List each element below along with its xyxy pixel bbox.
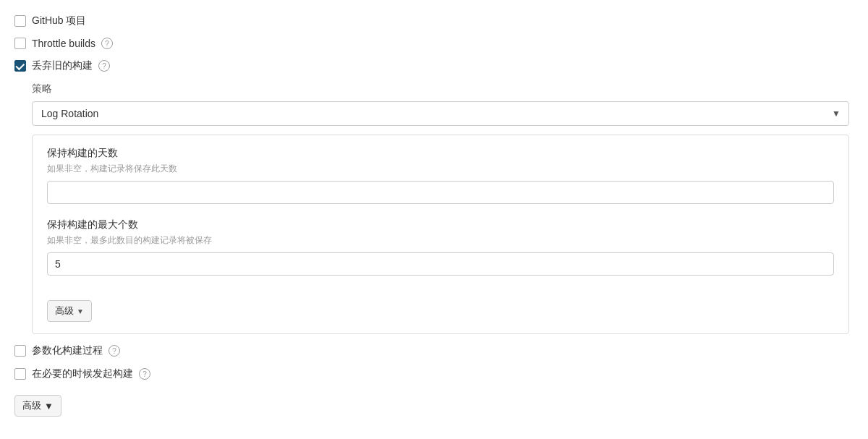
inner-advanced-wrapper: 高级 ▼ — [47, 290, 834, 322]
days-hint: 如果非空，构建记录将保存此天数 — [47, 163, 834, 175]
throttle-checkbox[interactable] — [14, 38, 26, 49]
days-input[interactable] — [47, 181, 834, 204]
throttle-label: Throttle builds — [32, 38, 95, 49]
trigger-help-icon[interactable]: ? — [139, 368, 150, 380]
discard-help-icon[interactable]: ? — [98, 60, 110, 72]
days-title: 保持构建的天数 — [47, 147, 834, 160]
parameterize-label: 参数化构建过程 — [32, 344, 103, 357]
strategy-label: 策略 — [32, 82, 854, 95]
discard-option-row: 丢弃旧的构建 ? — [14, 59, 854, 72]
trigger-option-row: 在必要的时候发起构建 ? — [14, 367, 854, 380]
max-field-group: 保持构建的最大个数 如果非空，最多此数目的构建记录将被保存 — [47, 218, 834, 276]
trigger-checkbox[interactable] — [14, 368, 26, 380]
parameterize-help-icon[interactable]: ? — [109, 345, 120, 357]
inner-advanced-label: 高级 — [55, 304, 74, 317]
github-option-row: GitHub 项目 — [14, 14, 854, 27]
inner-advanced-button[interactable]: 高级 ▼ — [47, 300, 92, 322]
github-label: GitHub 项目 — [32, 14, 86, 27]
bottom-advanced-label: 高级 — [22, 399, 41, 412]
inner-advanced-chevron-icon: ▼ — [77, 307, 84, 315]
days-field-group: 保持构建的天数 如果非空，构建记录将保存此天数 — [47, 147, 834, 204]
discard-section: 策略 Log Rotation ▼ 保持构建的天数 如果非空，构建记录将保存此天… — [32, 82, 854, 334]
strategy-select-wrapper: Log Rotation ▼ — [32, 101, 849, 126]
bottom-advanced-button[interactable]: 高级 ▼ — [14, 395, 61, 417]
discard-label: 丢弃旧的构建 — [32, 59, 93, 72]
strategy-select[interactable]: Log Rotation — [32, 101, 849, 126]
github-checkbox[interactable] — [14, 15, 26, 27]
discard-inner-box: 保持构建的天数 如果非空，构建记录将保存此天数 保持构建的最大个数 如果非空，最… — [32, 135, 849, 334]
parameterize-option-row: 参数化构建过程 ? — [14, 344, 854, 357]
max-title: 保持构建的最大个数 — [47, 218, 834, 231]
bottom-advanced-wrapper: 高级 ▼ — [14, 391, 854, 417]
max-hint: 如果非空，最多此数目的构建记录将被保存 — [47, 234, 834, 247]
max-input[interactable] — [47, 252, 834, 276]
parameterize-checkbox[interactable] — [14, 345, 26, 357]
throttle-option-row: Throttle builds ? — [14, 38, 854, 49]
discard-checkbox[interactable] — [14, 60, 26, 72]
trigger-label: 在必要的时候发起构建 — [32, 367, 133, 380]
bottom-advanced-chevron-icon: ▼ — [44, 401, 54, 412]
page-container: GitHub 项目 Throttle builds ? 丢弃旧的构建 ? 策略 … — [14, 14, 854, 417]
throttle-help-icon[interactable]: ? — [101, 38, 113, 49]
